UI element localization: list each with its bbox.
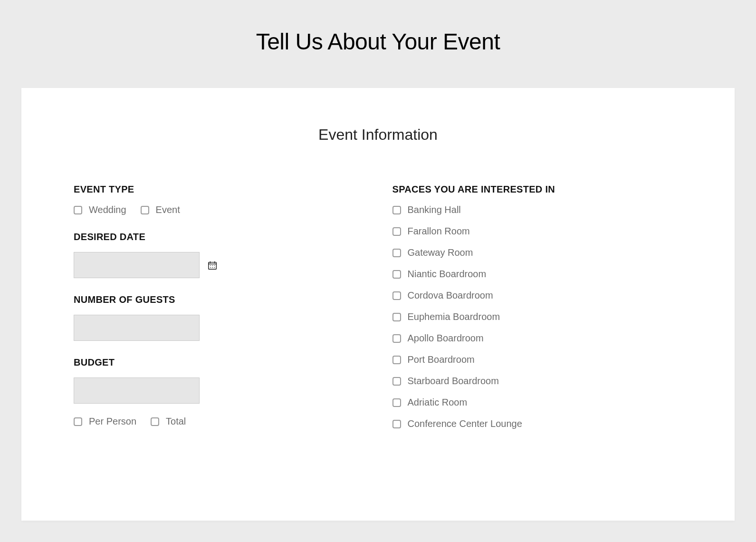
budget-total-option[interactable]: Total: [151, 416, 186, 427]
event-type-event-option[interactable]: Event: [141, 204, 180, 215]
desired-date-input[interactable]: [74, 252, 200, 278]
space-option-label: Cordova Boardroom: [408, 290, 493, 301]
space-option[interactable]: Banking Hall: [392, 204, 683, 215]
space-option[interactable]: Farallon Room: [392, 226, 683, 237]
checkbox-icon[interactable]: [392, 270, 401, 279]
checkbox-icon[interactable]: [151, 417, 159, 426]
svg-point-5: [212, 265, 213, 266]
event-type-wedding-label: Wedding: [89, 204, 126, 215]
guests-label: NUMBER OF GUESTS: [74, 294, 364, 305]
checkbox-icon[interactable]: [141, 206, 149, 214]
spaces-list: Banking HallFarallon RoomGateway RoomNia…: [392, 204, 683, 429]
space-option[interactable]: Adriatic Room: [392, 397, 683, 408]
desired-date-row: [74, 252, 364, 278]
page-root: Tell Us About Your Event Event Informati…: [0, 0, 756, 542]
space-option-label: Euphemia Boardroom: [408, 311, 500, 322]
space-option-label: Farallon Room: [408, 226, 470, 237]
space-option-label: Adriatic Room: [408, 397, 468, 408]
space-option[interactable]: Starboard Boardroom: [392, 376, 683, 387]
budget-total-label: Total: [166, 416, 186, 427]
budget-options: Per Person Total: [74, 416, 364, 427]
space-option-label: Niantic Boardroom: [408, 269, 487, 280]
checkbox-icon[interactable]: [74, 417, 82, 426]
space-option[interactable]: Cordova Boardroom: [392, 290, 683, 301]
checkbox-icon[interactable]: [392, 377, 401, 386]
space-option-label: Port Boardroom: [408, 354, 475, 365]
space-option-label: Starboard Boardroom: [408, 376, 499, 387]
space-option-label: Apollo Boardroom: [408, 333, 484, 344]
left-column: EVENT TYPE Wedding Event DESIRED DATE: [74, 184, 364, 443]
space-option[interactable]: Niantic Boardroom: [392, 269, 683, 280]
event-type-options: Wedding Event: [74, 204, 364, 215]
budget-input[interactable]: [74, 377, 200, 404]
space-option[interactable]: Conference Center Lounge: [392, 418, 683, 429]
checkbox-icon[interactable]: [392, 227, 401, 236]
form-card: Event Information EVENT TYPE Wedding Eve…: [21, 88, 735, 521]
space-option-label: Banking Hall: [408, 204, 461, 215]
space-option[interactable]: Port Boardroom: [392, 354, 683, 365]
checkbox-icon[interactable]: [74, 206, 82, 214]
budget-group: BUDGET Per Person Total: [74, 357, 364, 427]
checkbox-icon[interactable]: [392, 313, 401, 321]
svg-point-4: [210, 265, 211, 266]
svg-point-7: [210, 267, 211, 268]
desired-date-label: DESIRED DATE: [74, 232, 364, 242]
space-option[interactable]: Euphemia Boardroom: [392, 311, 683, 322]
desired-date-group: DESIRED DATE: [74, 232, 364, 278]
budget-per-person-option[interactable]: Per Person: [74, 416, 136, 427]
svg-point-9: [214, 267, 215, 268]
svg-point-8: [212, 267, 213, 268]
checkbox-icon[interactable]: [392, 249, 401, 257]
event-type-group: EVENT TYPE Wedding Event: [74, 184, 364, 215]
svg-point-6: [214, 265, 215, 266]
checkbox-icon[interactable]: [392, 356, 401, 364]
guests-input[interactable]: [74, 315, 200, 341]
space-option[interactable]: Apollo Boardroom: [392, 333, 683, 344]
space-option[interactable]: Gateway Room: [392, 247, 683, 258]
budget-per-person-label: Per Person: [89, 416, 136, 427]
right-column: SPACES YOU ARE INTERESTED IN Banking Hal…: [392, 184, 683, 443]
spaces-label: SPACES YOU ARE INTERESTED IN: [392, 184, 683, 195]
checkbox-icon[interactable]: [392, 420, 401, 428]
guests-group: NUMBER OF GUESTS: [74, 294, 364, 341]
event-type-wedding-option[interactable]: Wedding: [74, 204, 126, 215]
checkbox-icon[interactable]: [392, 206, 401, 214]
space-option-label: Conference Center Lounge: [408, 418, 522, 429]
section-title: Event Information: [74, 126, 682, 144]
form-columns: EVENT TYPE Wedding Event DESIRED DATE: [74, 184, 682, 443]
calendar-icon[interactable]: [207, 260, 218, 271]
event-type-label: EVENT TYPE: [74, 184, 364, 195]
space-option-label: Gateway Room: [408, 247, 473, 258]
checkbox-icon[interactable]: [392, 291, 401, 300]
event-type-event-label: Event: [156, 204, 180, 215]
checkbox-icon[interactable]: [392, 398, 401, 407]
page-title: Tell Us About Your Event: [21, 29, 735, 55]
budget-label: BUDGET: [74, 357, 364, 368]
checkbox-icon[interactable]: [392, 334, 401, 343]
